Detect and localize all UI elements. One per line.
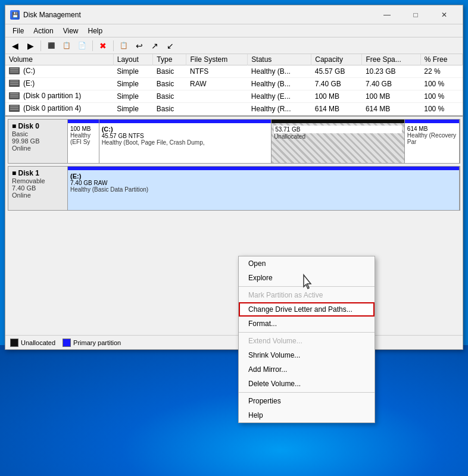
close-button[interactable]: ✕	[430, 5, 458, 24]
cell-layout: Simple	[113, 90, 153, 103]
toolbar-delete[interactable]: ✖	[96, 39, 110, 52]
col-type[interactable]: Type	[153, 54, 186, 65]
col-volume[interactable]: Volume	[5, 54, 113, 65]
col-filesystem[interactable]: File System	[186, 54, 248, 65]
partition-status-0-1: Healthy (Boot, Page File, Crash Dump,	[102, 139, 269, 146]
table-row[interactable]: (E:) Simple Basic RAW Healthy (B... 7.40…	[5, 78, 463, 90]
disk-name-0: ■ Disk 0	[12, 122, 64, 130]
cell-volume: (Disk 0 partition 4)	[5, 103, 113, 115]
partition-bar-0-0	[68, 120, 99, 123]
menu-file[interactable]: File	[8, 26, 29, 36]
ctx-sep-1	[239, 286, 375, 287]
cell-pct: 100 %	[420, 103, 462, 115]
cell-layout: Simple	[113, 103, 153, 115]
ctx-item-1[interactable]: Explore	[239, 271, 375, 285]
table-row[interactable]: (C:) Simple Basic NTFS Healthy (B... 45.…	[5, 65, 463, 78]
toolbar-sep1	[40, 40, 41, 51]
ctx-item-0[interactable]: Open	[239, 256, 375, 271]
disk-management-window: 💾 Disk Management — □ ✕ File Action View…	[5, 5, 463, 350]
minimize-button[interactable]: —	[373, 5, 401, 24]
disk-row-1: ■ Disk 1 Removable 7.40 GB Online (E:)7.…	[8, 166, 460, 211]
cell-volume: (C:)	[5, 65, 113, 78]
toolbar: ◀ ▶ ⬛ 📋 📄 ✖ 📋 ↩ ↗ ↙	[5, 37, 463, 54]
cell-volume: (E:)	[5, 78, 113, 90]
partition-content-1-0: (E:)7.40 GB RAWHealthy (Basic Data Parti…	[70, 173, 457, 193]
toolbar-back[interactable]: ◀	[8, 39, 22, 52]
disk-label-0: ■ Disk 0 Basic 99.98 GB Online	[8, 120, 68, 163]
ctx-item-9[interactable]: Properties	[239, 394, 375, 408]
legend-label-primary: Primary partition	[73, 339, 121, 346]
title-bar: 💾 Disk Management — □ ✕	[5, 5, 463, 24]
ctx-item-3[interactable]: Change Drive Letter and Paths...	[239, 302, 375, 317]
cell-pct: 100 %	[420, 78, 462, 90]
toolbar-btn5[interactable]: 📄	[75, 39, 89, 52]
partition-bar-0-3	[405, 120, 459, 123]
disk-size-0: 99.98 GB	[12, 137, 64, 145]
title-bar-controls: — □ ✕	[373, 5, 458, 24]
table-row[interactable]: (Disk 0 partition 1) Simple Basic Health…	[5, 90, 463, 103]
window-title: Disk Management	[23, 11, 373, 19]
volume-table-area: Volume Layout Type File System Status Ca…	[5, 54, 463, 117]
ctx-item-5: Extend Volume...	[239, 334, 375, 348]
toolbar-btn3[interactable]: ⬛	[44, 39, 58, 52]
partition-0-1[interactable]: (C:)45.57 GB NTFSHealthy (Boot, Page Fil…	[99, 120, 272, 163]
partition-1-0[interactable]: (E:)7.40 GB RAWHealthy (Basic Data Parti…	[68, 167, 460, 210]
maximize-button[interactable]: □	[402, 5, 429, 24]
partition-size-1-0: 7.40 GB RAW	[70, 180, 457, 186]
ctx-sep-4	[239, 332, 375, 333]
volume-table: Volume Layout Type File System Status Ca…	[5, 54, 463, 115]
cell-free: 7.40 GB	[362, 78, 420, 90]
table-row[interactable]: (Disk 0 partition 4) Simple Basic Health…	[5, 103, 463, 115]
ctx-item-10[interactable]: Help	[239, 408, 375, 422]
partition-content-0-3: 614 MBHealthy (Recovery Par	[407, 126, 457, 145]
legend-primary: Primary partition	[63, 339, 121, 347]
partition-label-0-1: (C:)	[102, 126, 269, 133]
ctx-item-7[interactable]: Add Mirror...	[239, 362, 375, 377]
disk-partitions-1: (E:)7.40 GB RAWHealthy (Basic Data Parti…	[68, 167, 460, 210]
legend-bar: Unallocated Primary partition	[5, 335, 463, 349]
partition-size-0-3: 614 MB	[407, 126, 457, 132]
cell-fs	[186, 103, 248, 115]
ctx-item-4[interactable]: Format...	[239, 317, 375, 331]
partition-status-0-3: Healthy (Recovery Par	[407, 132, 457, 145]
partition-0-0[interactable]: 100 MBHealthy (EFI Sy	[68, 120, 99, 163]
toolbar-btn7[interactable]: 📋	[117, 39, 131, 52]
legend-unallocated: Unallocated	[10, 339, 55, 347]
legend-box-unallocated	[10, 339, 18, 347]
col-pct[interactable]: % Free	[420, 54, 462, 65]
col-freespace[interactable]: Free Spa...	[362, 54, 420, 65]
cell-status: Healthy (R...	[248, 103, 311, 115]
ctx-sep-8	[239, 392, 375, 393]
ctx-item-8[interactable]: Delete Volume...	[239, 377, 375, 391]
toolbar-btn4[interactable]: 📋	[60, 39, 74, 52]
col-capacity[interactable]: Capacity	[311, 54, 362, 65]
disk-type-1: Removable	[12, 177, 64, 184]
ctx-item-6[interactable]: Shrink Volume...	[239, 348, 375, 362]
col-status[interactable]: Status	[248, 54, 311, 65]
toolbar-btn10[interactable]: ↙	[163, 39, 177, 52]
partition-bar-0-2	[272, 120, 404, 123]
disk-partitions-0: 100 MBHealthy (EFI Sy(C:)45.57 GB NTFSHe…	[68, 120, 460, 163]
menu-action[interactable]: Action	[29, 26, 58, 36]
toolbar-forward[interactable]: ▶	[23, 39, 38, 52]
cell-capacity: 45.57 GB	[311, 65, 362, 78]
cell-status: Healthy (E...	[248, 90, 311, 103]
window-icon: 💾	[10, 10, 20, 20]
menu-view[interactable]: View	[58, 26, 83, 36]
cell-type: Basic	[153, 103, 186, 115]
cell-fs	[186, 90, 248, 103]
toolbar-btn9[interactable]: ↗	[148, 39, 162, 52]
partition-status-1-0: Healthy (Basic Data Partition)	[70, 186, 457, 193]
disk-row-0: ■ Disk 0 Basic 99.98 GB Online 100 MBHea…	[8, 119, 460, 164]
partition-0-2[interactable]: 53.71 GBUnallocated	[272, 120, 405, 163]
cell-capacity: 614 MB	[311, 103, 362, 115]
col-layout[interactable]: Layout	[113, 54, 153, 65]
cell-free: 614 MB	[362, 103, 420, 115]
cell-fs: RAW	[186, 78, 248, 90]
menu-help[interactable]: Help	[83, 26, 108, 36]
partition-label-1-0: (E:)	[70, 173, 457, 180]
toolbar-btn8[interactable]: ↩	[132, 39, 146, 52]
partition-bar-1-0	[68, 167, 459, 170]
partition-status-0-0: Healthy (EFI Sy	[70, 132, 96, 145]
partition-0-3[interactable]: 614 MBHealthy (Recovery Par	[405, 120, 460, 163]
